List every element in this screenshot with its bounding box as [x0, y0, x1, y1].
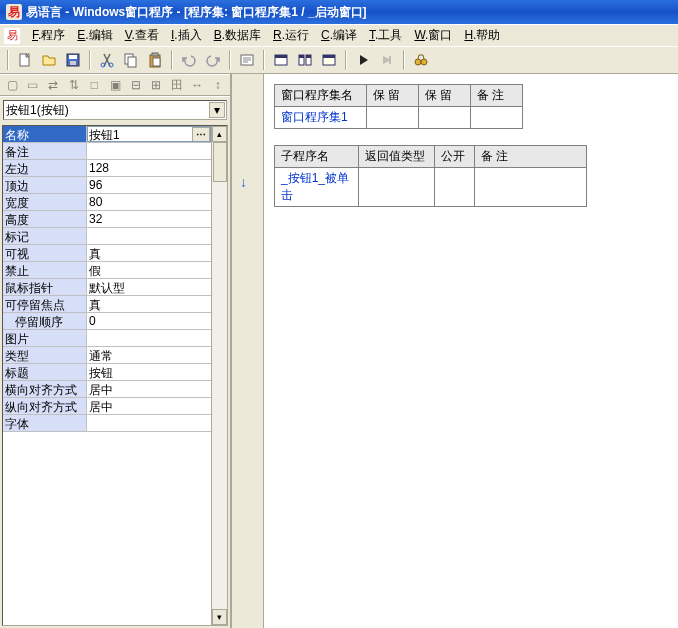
property-row[interactable]: 备注 [3, 143, 211, 160]
menu-run[interactable]: R.运行 [267, 25, 315, 46]
object-combo-text: 按钮1(按钮) [6, 102, 69, 119]
property-row[interactable]: 标题按钮 [3, 364, 211, 381]
menu-window[interactable]: W.窗口 [408, 25, 458, 46]
table-row[interactable]: _按钮1_被单击 [275, 168, 587, 207]
module-name-cell[interactable]: 窗口程序集1 [275, 107, 367, 129]
col-header: 公开 [435, 146, 475, 168]
window-title: 易语言 - Windows窗口程序 - [程序集: 窗口程序集1 / _启动窗口… [26, 4, 367, 21]
property-value[interactable] [87, 330, 211, 346]
property-value[interactable]: 默认型 [87, 279, 211, 295]
scroll-down-icon[interactable]: ▾ [212, 609, 227, 625]
property-row[interactable]: 图片 [3, 330, 211, 347]
redo-icon[interactable] [202, 49, 224, 71]
find-icon[interactable] [236, 49, 258, 71]
table-row[interactable]: 窗口程序集1 [275, 107, 523, 129]
menu-tools[interactable]: T.工具 [363, 25, 408, 46]
property-value[interactable]: 居中 [87, 381, 211, 397]
menu-help[interactable]: H.帮助 [458, 25, 506, 46]
menu-compile[interactable]: C.编译 [315, 25, 363, 46]
property-label: 可停留焦点 [3, 296, 87, 312]
property-label: 图片 [3, 330, 87, 346]
svg-rect-13 [275, 55, 287, 58]
svg-rect-16 [299, 55, 304, 58]
ltb-icon: ↔ [189, 76, 206, 94]
property-value[interactable]: 80 [87, 194, 211, 210]
copy-icon[interactable] [120, 49, 142, 71]
property-value[interactable]: 32 [87, 211, 211, 227]
property-value[interactable]: 96 [87, 177, 211, 193]
property-value[interactable] [87, 143, 211, 159]
property-row[interactable]: 鼠标指针默认型 [3, 279, 211, 296]
menu-program[interactable]: F.程序 [26, 25, 71, 46]
property-row[interactable]: 横向对齐方式居中 [3, 381, 211, 398]
property-value[interactable]: 居中 [87, 398, 211, 414]
run-icon[interactable] [352, 49, 374, 71]
property-value[interactable]: 按钮1⋯ [87, 126, 211, 142]
save-icon[interactable] [62, 49, 84, 71]
property-row[interactable]: 类型通常 [3, 347, 211, 364]
binoculars-icon[interactable] [410, 49, 432, 71]
property-value[interactable]: 真 [87, 245, 211, 261]
property-value[interactable]: 通常 [87, 347, 211, 363]
ltb-icon: ▭ [25, 76, 42, 94]
property-row[interactable]: 高度32 [3, 211, 211, 228]
property-row[interactable]: 停留顺序0 [3, 313, 211, 330]
menu-database[interactable]: B.数据库 [208, 25, 267, 46]
pause-icon[interactable] [376, 49, 398, 71]
property-row[interactable]: 字体 [3, 415, 211, 432]
menu-insert[interactable]: I.插入 [165, 25, 208, 46]
titlebar[interactable]: 易 易语言 - Windows窗口程序 - [程序集: 窗口程序集1 / _启动… [0, 0, 678, 24]
property-value[interactable] [87, 228, 211, 244]
property-value[interactable] [87, 415, 211, 431]
property-label: 纵向对齐方式 [3, 398, 87, 414]
undo-icon[interactable] [178, 49, 200, 71]
property-row[interactable]: 宽度80 [3, 194, 211, 211]
col-header: 备 注 [475, 146, 587, 168]
property-row[interactable]: 禁止假 [3, 262, 211, 279]
property-value[interactable]: 真 [87, 296, 211, 312]
scroll-thumb[interactable] [213, 142, 227, 182]
layout2-icon[interactable] [294, 49, 316, 71]
window-panel-icon[interactable] [318, 49, 340, 71]
paste-icon[interactable] [144, 49, 166, 71]
properties-toolbar: ▢ ▭ ⇄ ⇅ □ ▣ ⊟ ⊞ 田 ↔ ↕ [0, 74, 230, 96]
chevron-down-icon[interactable]: ▾ [209, 102, 225, 118]
property-label: 禁止 [3, 262, 87, 278]
layout1-icon[interactable] [270, 49, 292, 71]
property-value[interactable]: 假 [87, 262, 211, 278]
object-combo[interactable]: 按钮1(按钮) ▾ [3, 100, 227, 120]
col-header: 子程序名 [275, 146, 359, 168]
arrow-down-icon: ↓ [240, 174, 247, 190]
app-menu-icon[interactable]: 易 [4, 28, 20, 44]
code-gutter: ↓ [232, 74, 264, 628]
property-label: 类型 [3, 347, 87, 363]
property-value[interactable]: 0 [87, 313, 211, 329]
toolbar-main [0, 46, 678, 74]
menu-view[interactable]: V.查看 [119, 25, 165, 46]
property-grid[interactable]: 名称按钮1⋯备注左边128顶边96宽度80高度32标记可视真禁止假鼠标指针默认型… [3, 126, 211, 625]
property-row[interactable]: 左边128 [3, 160, 211, 177]
property-value[interactable]: 128 [87, 160, 211, 176]
property-label: 鼠标指针 [3, 279, 87, 295]
property-row[interactable]: 顶边96 [3, 177, 211, 194]
property-value[interactable]: 按钮 [87, 364, 211, 380]
scroll-up-icon[interactable]: ▴ [212, 126, 227, 142]
sub-name-cell[interactable]: _按钮1_被单击 [275, 168, 359, 207]
menu-edit[interactable]: E.编辑 [71, 25, 118, 46]
ellipsis-button[interactable]: ⋯ [192, 127, 210, 142]
property-label: 可视 [3, 245, 87, 261]
cut-icon[interactable] [96, 49, 118, 71]
property-row[interactable]: 标记 [3, 228, 211, 245]
new-icon[interactable] [14, 49, 36, 71]
property-row[interactable]: 可停留焦点真 [3, 296, 211, 313]
ltb-icon: 田 [168, 76, 185, 94]
code-editor[interactable]: 窗口程序集名 保 留 保 留 备 注 窗口程序集1 子程序名 返回值类型 公开 [264, 74, 678, 628]
property-row[interactable]: 可视真 [3, 245, 211, 262]
open-icon[interactable] [38, 49, 60, 71]
svg-rect-7 [128, 57, 136, 67]
property-label: 标题 [3, 364, 87, 380]
svg-point-22 [421, 59, 427, 65]
property-row[interactable]: 纵向对齐方式居中 [3, 398, 211, 415]
scrollbar-vertical[interactable]: ▴ ▾ [211, 126, 227, 625]
property-row[interactable]: 名称按钮1⋯ [3, 126, 211, 143]
